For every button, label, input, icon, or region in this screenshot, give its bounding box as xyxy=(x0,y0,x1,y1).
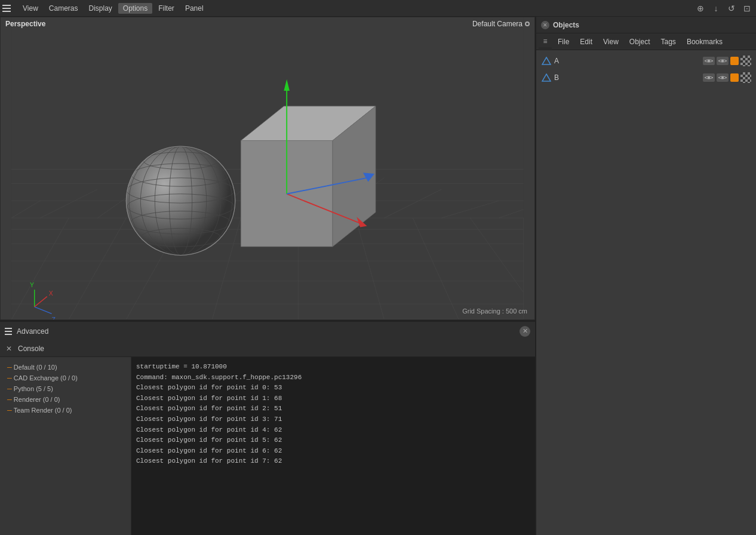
hamburger-menu-icon[interactable] xyxy=(2,2,14,14)
svg-point-63 xyxy=(721,76,724,79)
object-b-icon xyxy=(541,72,552,83)
main-layout: Perspective Default Camera xyxy=(0,17,756,535)
svg-text:Z: Z xyxy=(52,316,56,319)
top-menu-bar: View Cameras Display Options Filter Pane… xyxy=(0,0,756,17)
right-panel: ✕ Objects ≡ File Edit View Object Tags B… xyxy=(535,17,756,535)
console-line: Closest polygon id for point id 3: 71 xyxy=(136,414,530,425)
menu-item-display[interactable]: Display xyxy=(84,3,116,14)
menu-item-options[interactable]: Options xyxy=(118,3,152,14)
svg-text:Y: Y xyxy=(30,281,34,288)
svg-point-62 xyxy=(708,76,710,79)
panel-menu-edit[interactable]: Edit xyxy=(575,36,597,47)
console-line: Closest polygon id for point id 7: 62 xyxy=(136,456,530,467)
console-line: Closest polygon id for point id 6: 62 xyxy=(136,446,530,457)
sidebar-item-cad[interactable]: ─ CAD Exchange (0 / 0) xyxy=(0,373,131,383)
console-title-bar: ✕ Console xyxy=(0,340,535,357)
object-a-tag xyxy=(740,56,751,66)
menu-item-filter[interactable]: Filter xyxy=(153,3,179,14)
viewport-header: Perspective Default Camera xyxy=(1,17,534,30)
object-b-visibility[interactable] xyxy=(703,73,715,82)
object-a-color xyxy=(730,57,739,65)
menu-item-view[interactable]: View xyxy=(18,3,43,14)
object-b-tag xyxy=(740,72,751,83)
console-line: Closest polygon id for point id 4: 62 xyxy=(136,425,530,436)
advanced-close-btn[interactable]: ✕ xyxy=(520,326,530,337)
panel-title: Objects xyxy=(553,21,579,29)
object-a-controls xyxy=(703,56,751,66)
panel-menu-object[interactable]: Object xyxy=(625,36,655,47)
console-title: Console xyxy=(18,345,44,353)
console-sidebar: ─ Default (0 / 10) ─ CAD Exchange (0 / 0… xyxy=(0,357,131,535)
panel-menu-file[interactable]: File xyxy=(553,36,574,47)
toolbar-fullscreen-icon[interactable]: ⊡ xyxy=(740,2,754,15)
toolbar-icons: ⊕ ↓ ↺ ⊡ xyxy=(694,2,754,15)
top-menu-items: View Cameras Display Options Filter Pane… xyxy=(18,3,694,14)
console-line: Closest polygon id for point id 2: 51 xyxy=(136,404,530,414)
advanced-menu-icon[interactable] xyxy=(5,328,12,335)
sidebar-item-renderer[interactable]: ─ Renderer (0 / 0) xyxy=(0,394,131,405)
console-panel: Advanced ✕ ✕ Console ─ Default (0 / 10) … xyxy=(0,320,535,535)
console-output: startuptime = 10.871000Command: maxon_sd… xyxy=(131,357,535,535)
panel-menu-bookmarks[interactable]: Bookmarks xyxy=(682,36,727,47)
object-a-visibility[interactable] xyxy=(703,57,715,65)
console-close-btn[interactable]: ✕ xyxy=(5,345,13,353)
object-b-name: B xyxy=(554,73,700,82)
object-b-controls xyxy=(703,72,751,83)
panel-menu-hamburger[interactable]: ≡ xyxy=(539,35,552,48)
menu-item-cameras[interactable]: Cameras xyxy=(44,3,83,14)
object-a-render[interactable] xyxy=(717,57,729,65)
viewport-camera: Default Camera xyxy=(472,20,530,28)
advanced-bar: Advanced ✕ xyxy=(0,321,535,340)
panel-menu-view[interactable]: View xyxy=(598,36,623,47)
viewport-area: Perspective Default Camera xyxy=(0,17,535,535)
sidebar-item-default[interactable]: ─ Default (0 / 10) xyxy=(0,362,131,373)
toolbar-move-icon[interactable]: ⊕ xyxy=(694,2,707,15)
object-b-render[interactable] xyxy=(717,73,729,82)
advanced-label: Advanced xyxy=(17,327,48,336)
object-list: A B xyxy=(536,50,756,535)
viewport-label: Perspective xyxy=(5,20,45,28)
svg-text:X: X xyxy=(49,290,53,297)
toolbar-down-icon[interactable]: ↓ xyxy=(709,2,723,15)
menu-item-panel[interactable]: Panel xyxy=(180,3,208,14)
svg-point-60 xyxy=(721,60,724,62)
object-b-color xyxy=(730,73,739,82)
right-panel-title-bar: ✕ Objects xyxy=(536,17,756,33)
object-row-a[interactable]: A xyxy=(539,53,754,69)
console-line: Closest polygon id for point id 1: 68 xyxy=(136,393,530,404)
panel-close-btn[interactable]: ✕ xyxy=(541,21,549,29)
object-row-b[interactable]: B xyxy=(539,69,754,86)
svg-marker-58 xyxy=(542,57,551,64)
console-line: Command: maxon_sdk.support.f_hoppe.pc132… xyxy=(136,373,530,383)
svg-point-59 xyxy=(708,60,710,62)
svg-point-31 xyxy=(126,146,235,255)
console-line: startuptime = 10.871000 xyxy=(136,362,530,373)
toolbar-rotate-icon[interactable]: ↺ xyxy=(725,2,738,15)
sidebar-item-teamrender[interactable]: ─ Team Render (0 / 0) xyxy=(0,405,131,416)
scene-svg: Y Z X xyxy=(1,17,534,319)
grid-spacing-label: Grid Spacing : 500 cm xyxy=(462,308,527,315)
console-line: Closest polygon id for point id 5: 62 xyxy=(136,435,530,446)
console-line: Closest polygon id for point id 0: 53 xyxy=(136,383,530,393)
svg-marker-61 xyxy=(542,74,551,81)
camera-dot-icon xyxy=(525,21,530,26)
sidebar-item-python[interactable]: ─ Python (5 / 5) xyxy=(0,383,131,394)
object-a-name: A xyxy=(554,57,700,65)
viewport[interactable]: Perspective Default Camera xyxy=(0,17,535,320)
panel-menu-tags[interactable]: Tags xyxy=(656,36,681,47)
object-a-icon xyxy=(541,56,552,66)
camera-name-label: Default Camera xyxy=(472,20,523,28)
console-body: ─ Default (0 / 10) ─ CAD Exchange (0 / 0… xyxy=(0,357,535,535)
right-panel-menu: ≡ File Edit View Object Tags Bookmarks xyxy=(536,33,756,50)
